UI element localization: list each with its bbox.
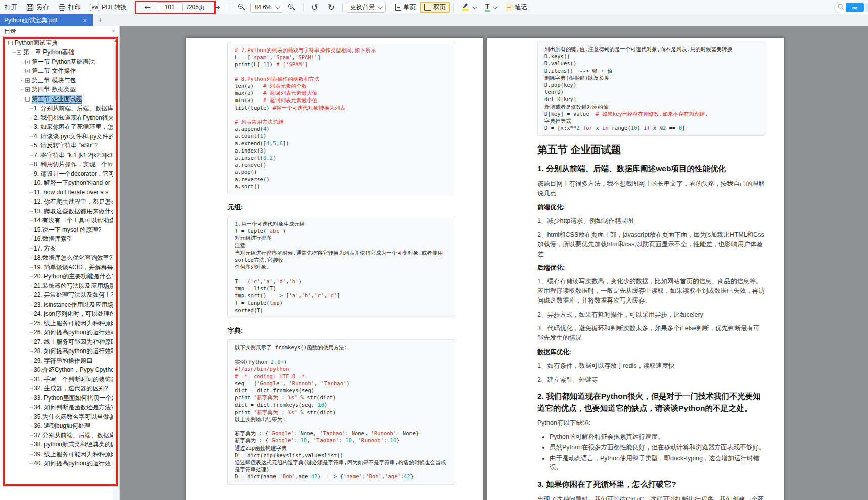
toc-item[interactable]: 24. json序列化时，可以处理的 (0, 310, 113, 319)
page-number-input[interactable] (157, 2, 183, 12)
document-canvas[interactable]: # 7.Python的列表的截取与字符串操作类型相同,如下所示L = ['spa… (120, 26, 868, 500)
double-page-button[interactable]: 双页 (420, 2, 450, 13)
toc-item[interactable]: 37.分别从前端、后端、数据库 (0, 431, 113, 440)
toc-item[interactable]: 20. Python的主要功能是什么? (0, 272, 113, 282)
toc-item[interactable]: +第二节 文件操作 (0, 67, 113, 76)
toc-item[interactable]: 38. python新式类和经典类的区 (0, 440, 113, 450)
double-page-label: 双页 (433, 3, 446, 12)
expand-icon[interactable]: + (25, 78, 30, 83)
toc-item[interactable]: 17. 方案 (0, 244, 113, 254)
toc-item[interactable]: 10. 解释一下python的and-or (0, 179, 113, 188)
collapse-icon[interactable]: − (8, 41, 13, 45)
change-background-dropdown[interactable]: 更换背景 (346, 2, 386, 13)
toc-item-label: 33. Python里面如何拷贝一个对 (34, 394, 113, 403)
toc-item[interactable]: +第四节 数据类型 (0, 85, 113, 95)
toc-item[interactable]: +第一节 Python基础语法 (0, 57, 113, 67)
bold-label: 后端优化: (537, 264, 765, 272)
tree-connector (30, 230, 33, 230)
toc-item[interactable]: 36. 遇到bug如何处理 (0, 422, 113, 431)
toc-item[interactable]: 7. 将字符串 "k:1 |k1:2|k2:3|k3 (0, 151, 113, 160)
collapse-icon[interactable]: − (17, 50, 21, 55)
toc-item[interactable]: 35.为什么函数名字可以当做参 (0, 412, 113, 422)
toc-item-label: 4. 请谈谈.pyc文件和.py文件的 (34, 132, 113, 141)
save-as-button[interactable]: 另存 (22, 1, 54, 13)
question-heading: 2. 我们都知道现在Python很火，但是对于一门技术我们不光要知道它的优点，也… (537, 391, 765, 414)
toc-item[interactable]: 1. 分别从前端、后端、数据库阐 (0, 104, 113, 114)
toc-item[interactable]: 5. 请反转字符串 "aStr"? (0, 141, 113, 151)
print-button[interactable]: 打印 (54, 1, 85, 13)
toc-close-icon[interactable]: × (112, 28, 115, 35)
code-line: max(a) # 返回列表元素最大值 (235, 89, 448, 96)
zoom-level-dropdown[interactable]: 84.6% (250, 2, 283, 13)
text-tool-button[interactable]: T (480, 1, 501, 13)
single-page-icon (395, 4, 401, 11)
toc-item[interactable]: 23. isinstance作用以及应用场 (0, 300, 113, 310)
search-box[interactable]: ∞ 搜 (834, 2, 868, 13)
toc-item-label: 13. 爬取这些数据都用来做什么 (34, 207, 113, 216)
tab-close-icon[interactable]: × (81, 17, 88, 24)
toc-item[interactable]: 18.数据库怎么优化查询效率? (0, 254, 113, 263)
tab-python-interview-pdf[interactable]: Python面试宝典.pdf × (0, 14, 93, 26)
redo-button[interactable]: ↻ (323, 1, 339, 13)
toc-item[interactable]: 27. 线上服务可能因为种种原因 (0, 337, 113, 347)
toc-item-label: 3. 如果你困在了死循环里，怎么 (34, 123, 113, 131)
toc-item[interactable]: 13. 爬取这些数据都用来做什么 (0, 207, 113, 216)
toc-item[interactable]: 33. Python里面如何拷贝一个对 (0, 393, 113, 403)
toc-item[interactable]: 31. 手写一个判断时间的装饰器 (0, 375, 113, 384)
code-line: list(tuple) #将一个可迭代对象转换为列表 (235, 104, 448, 111)
code-line: D = dict(zip(keyslist,valueslist)) (235, 452, 448, 459)
toc-item[interactable]: 39. 线上服务可能因为种种原因 (0, 449, 113, 459)
toc-item[interactable]: −第一章 Python基础 (0, 48, 113, 58)
toc-item[interactable]: 30.介绍Cython，Pypy Cpytho (0, 366, 113, 375)
expand-icon[interactable]: + (25, 60, 30, 64)
toc-item[interactable]: 21.装饰器的写法以及应用场景 (0, 281, 113, 291)
infinity-badge[interactable]: ∞ (846, 3, 864, 12)
notes-button[interactable]: 笔记 (501, 1, 532, 13)
toc-item[interactable]: 15.说一下 mysql 的原理? (0, 225, 113, 235)
toc-scrollbar[interactable] (113, 37, 119, 500)
toc-item[interactable]: 16.数据库索引 (0, 235, 113, 244)
pdf-convert-button[interactable]: Pw PDF转换 (85, 1, 131, 13)
toc-item[interactable]: 9. 请设计一个decorator，它可 (0, 169, 113, 179)
toc-item[interactable]: 26. 如何提高python的运行效率 (0, 328, 113, 338)
toc-item[interactable]: 12. 你在爬虫过程中，都是怎么 (0, 197, 113, 207)
scroll-up-icon[interactable] (114, 39, 118, 42)
toc-item[interactable]: 14.有没有一个工具可以帮助查 (0, 216, 113, 226)
highlighter-button[interactable] (457, 1, 480, 13)
collapse-icon[interactable]: − (25, 97, 30, 102)
zoom-out-button[interactable]: − (233, 1, 250, 13)
expand-icon[interactable]: + (25, 87, 30, 92)
toc-item-label: 9. 请设计一个decorator，它可 (34, 170, 113, 178)
toc-item[interactable]: 2. 我们都知道现在Python很火 (0, 113, 113, 123)
prev-page-button[interactable]: ← (138, 1, 157, 13)
code-line: a.remove() (235, 161, 448, 168)
toc-item[interactable]: 3. 如果你困在了死循环里，怎么 (0, 123, 113, 132)
code-line: a.append(4) (235, 125, 448, 132)
toc-item[interactable]: 29. 字符串的操作题目 (0, 356, 113, 366)
tree-connector (30, 118, 33, 118)
expand-icon[interactable]: + (25, 69, 30, 73)
toc-item[interactable]: +第三节 模块与包 (0, 76, 113, 85)
zoom-in-button[interactable]: + (283, 1, 300, 13)
undo-button[interactable]: ↺ (307, 1, 323, 13)
paragraph: 该题目网上有很多方法，我不想截图网上的长串文字，看的头疼，按我自己的理解说几点 (537, 179, 765, 198)
single-page-button[interactable]: 单页 (391, 2, 420, 13)
new-tab-button[interactable]: + (93, 14, 108, 26)
scrollbar-thumb[interactable] (115, 45, 118, 101)
toc-item[interactable]: 34. 如何判断是函数还是方法? (0, 403, 113, 413)
next-page-button[interactable]: → (208, 1, 226, 13)
toc-item[interactable]: −Python面试宝典 (0, 38, 113, 48)
toc-item[interactable]: 28. 如何提高python的运行效率 (0, 347, 113, 357)
toc-item[interactable]: 22. 异常处理写法以及如何主动 (0, 291, 113, 301)
save-as-label: 另存 (36, 3, 49, 12)
toc-item[interactable]: 40. 如何提高python的运行效 (0, 459, 113, 469)
toc-item[interactable]: 32. 生成器，迭代器的区别? (0, 384, 113, 394)
toc-item[interactable]: 4. 请谈谈.pyc文件和.py文件的 (0, 132, 113, 141)
open-button[interactable]: 打开 (0, 1, 22, 13)
toc-item[interactable]: 8. 利用切片操作，实现一个trim (0, 160, 113, 170)
toc-item[interactable]: −第五节 企业面试题 (0, 94, 113, 104)
toc-item[interactable]: 19. 简单谈谈ACID，并解释每一 (0, 263, 113, 272)
toc-item[interactable]: 25. 线上服务可能因为种种原因 (0, 319, 113, 328)
toc-item-label: 23. isinstance作用以及应用场 (34, 301, 113, 309)
toc-item[interactable]: 11. how do I iterate over a s (0, 188, 113, 197)
